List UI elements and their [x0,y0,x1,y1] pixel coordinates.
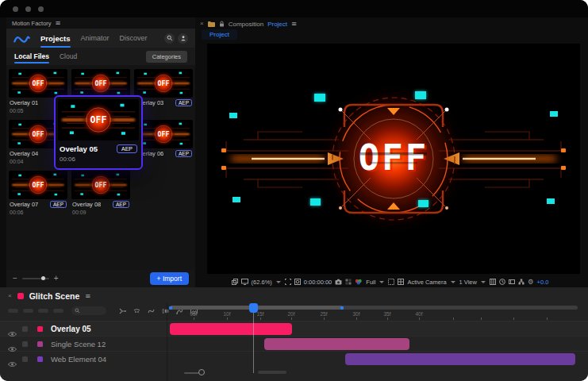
solo-toggle[interactable] [22,356,28,362]
region-icon[interactable] [388,279,394,285]
solo-toggle[interactable] [22,326,28,332]
tab-animator[interactable]: Animator [81,34,110,42]
account-button[interactable] [178,33,188,44]
gear-icon[interactable]: ⚙ [528,279,534,286]
selected-project-thumbnail [58,99,139,140]
window-close-dot[interactable] [13,6,18,12]
aep-badge: AEP [175,99,192,106]
exposure-value[interactable]: +0.0 [537,279,549,286]
magnification-value[interactable]: (62.6%) [252,279,272,286]
roi-icon[interactable] [285,279,291,285]
project-thumbnail [9,171,67,199]
panel-label: Composition [229,21,263,28]
composition-viewer[interactable]: OFF OFF [207,44,580,274]
project-name: Overlay 04 [10,150,38,157]
ruler-label: 30f [352,311,359,317]
project-duration: 00:09 [72,210,129,216]
selected-project-card[interactable]: Overlay 05 AEP 00:06 [54,95,143,170]
chevron-down-icon[interactable] [481,281,486,283]
search-button[interactable] [164,33,175,44]
layer-color-chip[interactable] [37,326,43,332]
time-ruler[interactable]: 05f 10f 15f 20f 25f 30f 35f 40f [0,311,588,321]
project-thumbnail [134,69,193,98]
categories-button[interactable]: Categories [146,51,187,63]
project-thumbnail [71,69,130,98]
layer-color-chip[interactable] [37,341,43,347]
thumbnail-size-slider[interactable] [22,278,49,279]
chevron-down-icon[interactable] [379,281,384,283]
solo-toggle[interactable] [22,341,28,347]
window-maximize-dot[interactable] [38,6,44,12]
grid-guides-icon[interactable] [490,279,496,285]
project-card[interactable]: Overlay 06AEP [134,120,193,165]
project-card[interactable]: Overlay 03AEP [134,69,193,114]
transparency-grid-icon[interactable] [398,279,404,285]
visibility-eye-icon[interactable] [8,356,17,371]
composition-tab[interactable]: Project [202,29,237,40]
selected-project-name: Overlay 05 [60,144,98,153]
layer-color-chip[interactable] [37,356,43,362]
ruler-label: 05f [190,311,197,317]
playhead-handle[interactable] [249,303,258,313]
project-card[interactable]: Overlay 08AEP 00:09 [71,171,130,216]
monitor-icon[interactable] [241,279,248,285]
motion-factory-panel-header: Motion Factory ≡ [6,17,195,29]
channels-icon[interactable] [355,279,363,285]
layer-duration-bar[interactable] [264,338,409,350]
import-button[interactable]: + Import [150,272,189,285]
close-icon[interactable]: × [8,293,12,299]
close-icon[interactable]: × [200,21,204,27]
layer-row[interactable]: Web Element 04 [0,351,588,366]
timeline-horizontal-scrollbar[interactable] [258,371,286,374]
subtab-active-underline [14,62,49,64]
timeline-preview-icon[interactable] [499,279,505,285]
panel-menu-icon[interactable]: ≡ [85,293,90,300]
layer-duration-bar[interactable] [345,353,575,365]
panel-menu-icon[interactable]: ≡ [291,21,297,28]
zoom-out-button[interactable]: − [13,275,17,283]
show-snapshot-icon[interactable] [345,279,352,285]
composition-panel-header: × Composition Project ≡ [200,20,297,28]
snapshot-camera-icon[interactable] [335,279,342,285]
panel-menu-icon[interactable]: ≡ [56,20,61,27]
composition-toolbar: (62.6%) 0:00:00:00 Full Active Camera 1 … [198,276,582,287]
ruler-label: 20f [287,311,294,317]
comp-color-chip [17,293,24,299]
layer-duration-bar[interactable] [170,323,292,335]
layer-name[interactable]: Overlay 05 [51,325,91,333]
timeline-zoom-knob[interactable] [198,369,205,375]
layers-icon[interactable] [232,279,238,285]
project-duration [135,159,192,165]
tab-discover[interactable]: Discover [120,34,148,42]
project-thumbnail [134,120,193,148]
composition-panel: × Composition Project ≡ Project [198,17,582,287]
chevron-down-icon[interactable] [276,281,281,283]
flowchart-icon[interactable] [518,279,525,285]
timecode[interactable]: 0:00:00:00 [304,279,332,286]
view-layout-value[interactable]: 1 View [459,279,477,286]
layer-name[interactable]: Web Element 04 [51,355,106,364]
work-area-start-handle[interactable] [169,306,172,310]
resolution-value[interactable]: Full [366,279,375,286]
mask-icon[interactable] [294,279,301,285]
slider-knob[interactable] [41,276,45,280]
chevron-down-icon[interactable] [451,281,455,283]
timeline-header: × Glitch Scene ≡ [8,291,90,301]
layer-row[interactable]: Single Scene 12 [0,336,588,351]
zoom-in-button[interactable]: + [54,275,59,283]
camera-view-value[interactable]: Active Camera [407,279,446,286]
subtab-local-files[interactable]: Local Files [14,52,49,60]
composition-name: Project [267,21,287,28]
ruler-label: 40f [415,311,422,317]
layer-name[interactable]: Single Scene 12 [51,340,106,348]
subtab-cloud[interactable]: Cloud [60,52,77,60]
pixel-aspect-icon[interactable] [509,279,515,285]
work-area-scrubber[interactable] [170,306,578,310]
window-minimize-dot[interactable] [25,6,31,12]
aep-badge[interactable]: AEP [117,144,137,153]
layer-row[interactable]: Overlay 05 [0,321,588,336]
project-card[interactable]: Overlay 07AEP 00:06 [9,171,67,216]
tab-projects[interactable]: Projects [40,34,71,43]
work-area-end-handle[interactable] [340,306,344,310]
project-name: Overlay 08 [72,201,101,208]
